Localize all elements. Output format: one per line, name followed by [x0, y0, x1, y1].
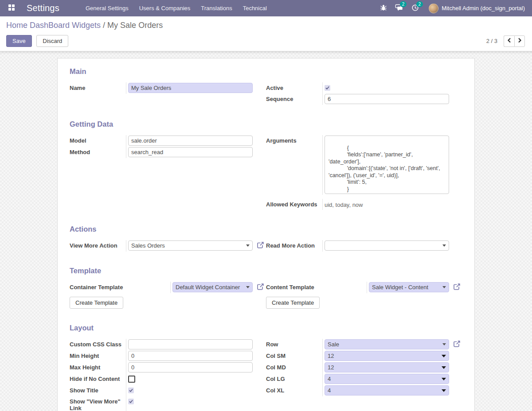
activities-menu-button[interactable]: 2: [411, 4, 419, 13]
create-content-template-button[interactable]: Create Template: [266, 297, 320, 309]
messages-badge: 2: [400, 1, 407, 7]
row-select[interactable]: Sale: [325, 339, 449, 349]
discard-button[interactable]: Discard: [36, 35, 68, 47]
dropdown-caret-icon: [246, 244, 250, 247]
section-title-actions: Actions: [70, 225, 462, 233]
pager-next-button[interactable]: [514, 35, 525, 47]
control-panel: Home DashBoard Widgets/My Sale Orders Sa…: [0, 16, 532, 51]
dropdown-caret-icon: [442, 378, 446, 380]
user-menu[interactable]: Mitchell Admin (doc_sign_portal): [429, 4, 525, 13]
view-more-action-label: View More Action: [70, 240, 126, 249]
container-template-select[interactable]: Default Widget Container: [172, 282, 253, 292]
show-view-more-link-checkbox[interactable]: [128, 399, 134, 404]
custom-css-class-input[interactable]: [128, 339, 253, 349]
container-template-external-link-icon[interactable]: [257, 283, 264, 291]
arguments-textarea[interactable]: { 'fields':['name', 'partner_id', 'date_…: [325, 136, 449, 194]
form-buttons: Save Discard: [6, 35, 68, 47]
apps-grid-icon: [8, 4, 15, 12]
active-checkbox[interactable]: [325, 85, 330, 91]
col-md-select[interactable]: 12: [325, 362, 449, 372]
messages-menu-button[interactable]: 2: [395, 4, 403, 12]
menu-translations[interactable]: Translations: [196, 0, 237, 16]
form-sheet: Main Name Active Sequence Get: [57, 58, 475, 411]
hide-if-no-content-label: Hide if No Content: [70, 373, 126, 382]
dropdown-caret-icon: [442, 389, 446, 392]
app-title: Settings: [27, 3, 59, 13]
section-title-layout: Layout: [70, 324, 462, 332]
sequence-label: Sequence: [266, 93, 322, 102]
bug-icon: [380, 4, 387, 12]
menu-general-settings[interactable]: General Settings: [81, 0, 133, 16]
model-input[interactable]: [128, 136, 253, 146]
content-template-label: Content Template: [266, 282, 367, 291]
section-title-template: Template: [70, 267, 462, 275]
show-title-checkbox[interactable]: [128, 388, 134, 393]
read-more-action-label: Read More Action: [266, 240, 322, 249]
chevron-right-icon: [517, 38, 522, 44]
section-title-main: Main: [70, 67, 462, 76]
systray: 2 2 Mitchell Admin (doc_sign_portal): [380, 4, 525, 13]
top-navbar: Settings General Settings Users & Compan…: [0, 0, 532, 16]
pager-previous-button[interactable]: [504, 35, 514, 47]
custom-css-class-label: Custom CSS Class: [70, 339, 126, 348]
debug-menu-button[interactable]: [380, 4, 387, 12]
name-input[interactable]: [128, 83, 253, 93]
read-more-action-select[interactable]: [325, 240, 449, 251]
col-sm-select[interactable]: 12: [325, 351, 449, 361]
hide-if-no-content-checkbox[interactable]: [128, 376, 135, 383]
menu-users-companies[interactable]: Users & Companies: [134, 0, 196, 16]
col-xl-select[interactable]: 4: [325, 385, 449, 395]
section-title-getting-data: Getting Data: [70, 120, 462, 128]
dropdown-caret-icon: [442, 286, 446, 288]
content-template-select[interactable]: Sale Widget - Content: [369, 282, 449, 292]
view-more-action-external-link-icon[interactable]: [257, 242, 264, 249]
max-height-label: Max Height: [70, 362, 126, 371]
method-label: Method: [70, 147, 126, 155]
col-xl-label: Col XL: [266, 385, 322, 394]
row-label: Row: [266, 339, 322, 348]
dropdown-caret-icon: [246, 286, 250, 288]
breadcrumb-parent-link[interactable]: Home DashBoard Widgets: [6, 21, 101, 30]
allowed-keywords-value: uid, today, now: [325, 199, 449, 208]
pager-value: 2 / 3: [486, 38, 497, 44]
breadcrumb-separator: /: [103, 21, 105, 30]
col-lg-label: Col LG: [266, 373, 322, 382]
min-height-label: Min Height: [70, 350, 126, 359]
name-label: Name: [70, 82, 126, 91]
col-lg-select[interactable]: 4: [325, 374, 449, 384]
user-name: Mitchell Admin (doc_sign_portal): [442, 5, 525, 12]
dropdown-caret-icon: [442, 366, 446, 369]
show-view-more-link-label: Show "View More" Link: [70, 396, 126, 411]
method-input[interactable]: [128, 147, 253, 157]
content-background: Main Name Active Sequence Get: [0, 51, 532, 411]
allowed-keywords-label: Allowed Keywords: [266, 199, 322, 208]
create-container-template-button[interactable]: Create Template: [70, 297, 123, 309]
sequence-input[interactable]: [325, 94, 449, 104]
save-button[interactable]: Save: [6, 35, 32, 47]
col-sm-label: Col SM: [266, 350, 322, 359]
top-menu: General Settings Users & Companies Trans…: [81, 0, 272, 16]
row-external-link-icon[interactable]: [453, 341, 461, 348]
menu-technical[interactable]: Technical: [238, 0, 272, 16]
max-height-input[interactable]: [128, 362, 253, 372]
chevron-left-icon: [507, 38, 512, 44]
content-template-external-link-icon[interactable]: [453, 283, 461, 291]
show-title-label: Show Title: [70, 385, 126, 394]
col-md-label: Col MD: [266, 362, 322, 371]
view-more-action-select[interactable]: Sales Orders: [128, 240, 253, 251]
dropdown-caret-icon: [442, 244, 446, 247]
dropdown-caret-icon: [442, 355, 446, 357]
apps-menu-button[interactable]: [6, 3, 17, 14]
breadcrumb: Home DashBoard Widgets/My Sale Orders: [6, 21, 525, 30]
min-height-input[interactable]: [128, 351, 253, 361]
container-template-label: Container Template: [70, 282, 170, 291]
user-avatar: [429, 4, 438, 13]
model-label: Model: [70, 135, 126, 144]
activities-badge: 2: [416, 1, 423, 7]
pager: 2 / 3: [486, 35, 525, 47]
breadcrumb-current: My Sale Orders: [107, 21, 163, 30]
dropdown-caret-icon: [442, 343, 446, 345]
arguments-label: Arguments: [266, 135, 322, 144]
active-label: Active: [266, 82, 322, 91]
